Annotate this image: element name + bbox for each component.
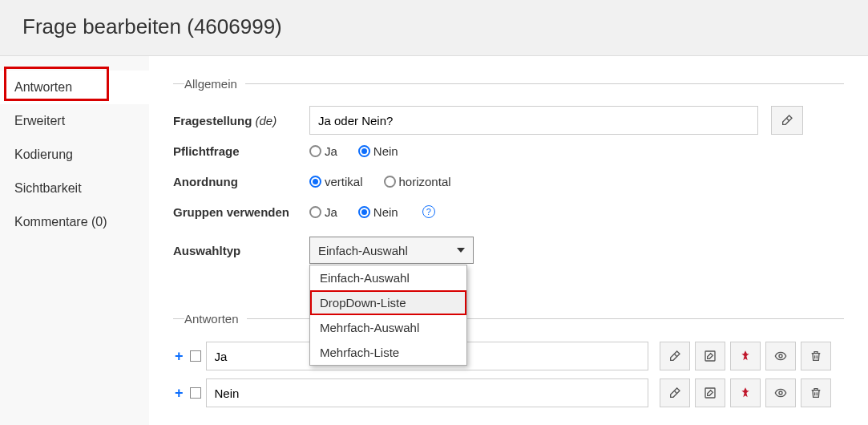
answer-checkbox[interactable] (190, 387, 201, 399)
option-einfach-auswahl[interactable]: Einfach-Auswahl (310, 265, 466, 290)
trash-icon (809, 387, 822, 399)
main-panel: Allgemein Fragestellung (de) (149, 56, 868, 425)
radio-icon (384, 176, 396, 188)
answer-visibility-button[interactable] (765, 342, 796, 370)
eye-icon (774, 387, 787, 399)
option-dropdown-liste[interactable]: DropDown-Liste (310, 290, 466, 315)
eraser-icon (668, 387, 681, 399)
add-answer-icon[interactable]: + (173, 348, 185, 365)
answer-checkbox[interactable] (190, 350, 201, 362)
pin-icon (739, 350, 752, 362)
option-mehrfach-liste[interactable]: Mehrfach-Liste (310, 340, 466, 365)
answer-edit-button[interactable] (695, 378, 725, 407)
eraser-icon (668, 350, 681, 362)
trash-icon (809, 350, 822, 362)
svg-rect-0 (705, 351, 715, 361)
add-answer-icon[interactable]: + (173, 385, 185, 402)
answer-actions (660, 378, 831, 407)
select-value: Einfach-Auswahl (318, 244, 408, 257)
sidebar-item-antworten[interactable]: Antworten (0, 71, 149, 104)
label-pflichtfrage: Pflichtfrage (173, 144, 309, 158)
sidebar-item-kommentare[interactable]: Kommentare (0) (0, 205, 149, 239)
radio-anordnung-horizontal[interactable]: horizontal (384, 175, 451, 188)
answer-row: + (173, 342, 844, 370)
sidebar-item-sichtbarkeit[interactable]: Sichtbarkeit (0, 172, 149, 205)
radio-gruppen-ja[interactable]: Ja (309, 205, 337, 219)
edit-icon (704, 387, 717, 399)
answer-pin-button[interactable] (730, 342, 761, 370)
row-fragestellung: Fragestellung (de) (173, 105, 844, 136)
label-anordnung: Anordnung (173, 175, 309, 188)
radio-icon (358, 206, 370, 218)
answer-pin-button[interactable] (730, 378, 761, 407)
pin-icon (739, 387, 752, 399)
eye-icon (774, 350, 787, 362)
clear-question-button[interactable] (771, 106, 803, 135)
answer-delete-button[interactable] (801, 378, 831, 407)
radio-gruppen-nein[interactable]: Nein (358, 205, 398, 219)
sidebar-item-kodierung[interactable]: Kodierung (0, 138, 149, 172)
fieldset-allgemein: Allgemein Fragestellung (de) (173, 77, 844, 265)
answer-clear-button[interactable] (660, 342, 690, 370)
radio-icon (309, 206, 321, 218)
label-auswahltyp: Auswahltyp (173, 244, 309, 257)
auswahltyp-select[interactable]: Einfach-Auswahl (309, 237, 474, 264)
auswahltyp-dropdown: Einfach-Auswahl DropDown-Liste Mehrfach-… (309, 265, 467, 366)
answer-delete-button[interactable] (801, 342, 831, 370)
radio-pflicht-nein[interactable]: Nein (358, 144, 398, 158)
svg-point-3 (779, 391, 782, 395)
legend-allgemein: Allgemein (184, 77, 245, 91)
row-anordnung: Anordnung vertikal horizontal (173, 166, 844, 196)
answer-row: + (173, 378, 844, 407)
answer-clear-button[interactable] (660, 378, 690, 407)
row-auswahltyp: Auswahltyp Einfach-Auswahl Einfach-Auswa… (173, 235, 844, 265)
sidebar: Antworten Erweitert Kodierung Sichtbarke… (0, 56, 149, 425)
chevron-down-icon (457, 248, 465, 253)
radio-icon (309, 145, 321, 157)
question-input[interactable] (309, 106, 758, 135)
fieldset-antworten: Antworten + (173, 312, 844, 407)
answer-edit-button[interactable] (695, 342, 725, 370)
radio-icon (358, 145, 370, 157)
label-fragestellung: Fragestellung (de) (173, 114, 309, 128)
row-gruppen: Gruppen verwenden Ja Nein ? (173, 196, 844, 227)
legend-antworten: Antworten (184, 312, 247, 326)
answer-input[interactable] (206, 378, 648, 407)
sidebar-item-erweitert[interactable]: Erweitert (0, 104, 149, 138)
radio-pflicht-ja[interactable]: Ja (309, 144, 337, 158)
svg-point-1 (779, 354, 782, 358)
radio-anordnung-vertikal[interactable]: vertikal (309, 175, 363, 188)
answer-visibility-button[interactable] (765, 378, 796, 407)
option-mehrfach-auswahl[interactable]: Mehrfach-Auswahl (310, 315, 466, 340)
help-icon[interactable]: ? (422, 205, 435, 218)
radio-icon (309, 176, 321, 188)
edit-icon (704, 350, 717, 362)
answer-actions (660, 342, 831, 370)
eraser-icon (781, 114, 793, 127)
label-gruppen: Gruppen verwenden (173, 205, 309, 219)
svg-rect-2 (705, 388, 715, 398)
page-title: Frage bearbeiten (4606999) (0, 0, 868, 56)
row-pflichtfrage: Pflichtfrage Ja Nein (173, 136, 844, 166)
